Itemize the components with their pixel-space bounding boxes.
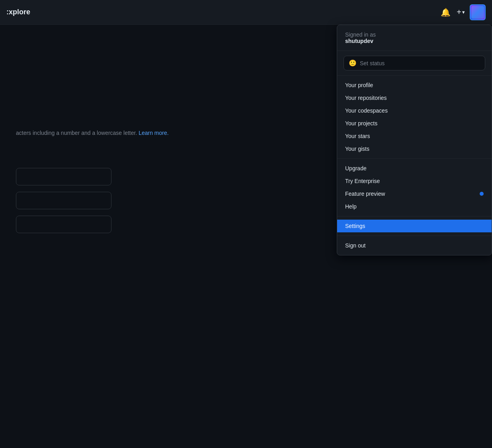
status-section: 🙂 Set status xyxy=(337,51,492,76)
status-placeholder: Set status xyxy=(360,60,385,66)
username-display: shutupdev xyxy=(345,38,484,44)
header: :xplore 🔔 + ▾ xyxy=(0,0,492,25)
notifications-button[interactable]: 🔔 xyxy=(439,6,452,19)
menu-section-profile: Your profile Your repositories Your code… xyxy=(337,76,492,159)
menu-section-settings: Settings xyxy=(337,216,492,236)
menu-item-settings[interactable]: Settings xyxy=(337,220,492,232)
menu-item-your-repositories[interactable]: Your repositories xyxy=(337,92,492,104)
avatar xyxy=(471,6,484,19)
plus-icon: + xyxy=(457,8,461,17)
menu-item-feature-preview[interactable]: Feature preview xyxy=(337,187,492,200)
content-block-3 xyxy=(16,216,111,233)
content-block-1 xyxy=(16,168,111,185)
menu-item-your-profile[interactable]: Your profile xyxy=(337,79,492,92)
menu-item-try-enterprise[interactable]: Try Enterprise xyxy=(337,175,492,187)
emoji-icon: 🙂 xyxy=(349,59,357,67)
menu-item-your-stars[interactable]: Your stars xyxy=(337,130,492,142)
menu-item-your-projects[interactable]: Your projects xyxy=(337,117,492,130)
menu-item-upgrade[interactable]: Upgrade xyxy=(337,162,492,175)
dropdown-header: Signed in as shutupdev xyxy=(337,25,492,51)
menu-item-help[interactable]: Help xyxy=(337,200,492,213)
chevron-down-icon: ▾ xyxy=(462,9,465,15)
content-block-2 xyxy=(16,192,111,209)
user-dropdown-menu: Signed in as shutupdev 🙂 Set status Your… xyxy=(337,25,492,255)
user-avatar-button[interactable] xyxy=(470,4,486,20)
menu-item-sign-out[interactable]: Sign out xyxy=(337,239,492,252)
menu-item-your-codespaces[interactable]: Your codespaces xyxy=(337,104,492,117)
feature-preview-badge xyxy=(480,192,484,196)
set-status-input[interactable]: 🙂 Set status xyxy=(344,56,485,70)
menu-section-signout: Sign out xyxy=(337,236,492,255)
header-actions: 🔔 + ▾ xyxy=(439,4,486,20)
learn-more-link[interactable]: Learn more. xyxy=(139,130,168,136)
menu-section-upgrade: Upgrade Try Enterprise Feature preview H… xyxy=(337,159,492,216)
signed-in-label: Signed in as xyxy=(345,31,484,38)
bell-icon: 🔔 xyxy=(441,8,451,17)
page-title: :xplore xyxy=(6,8,439,16)
menu-item-your-gists[interactable]: Your gists xyxy=(337,142,492,155)
create-button[interactable]: + ▾ xyxy=(457,8,465,17)
